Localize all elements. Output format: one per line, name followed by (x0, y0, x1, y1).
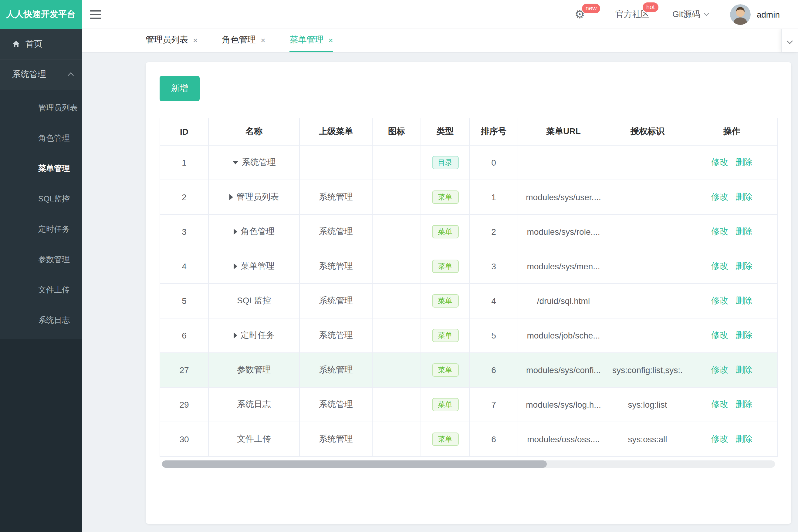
delete-link[interactable]: 删除 (736, 330, 753, 340)
column-header-order: 排序号 (469, 118, 518, 145)
sidebar-home-label: 首页 (25, 39, 42, 50)
table-row: 6 定时任务 系统管理 菜单 5 modules/job/sche... 修改删… (160, 318, 778, 353)
cell-url: modules/sys/role.... (518, 214, 609, 249)
add-button[interactable]: 新增 (160, 76, 200, 101)
sidebar-item-home[interactable]: 首页 (0, 29, 82, 59)
sidebar-item-menu[interactable]: 菜单管理 (0, 153, 82, 184)
edit-link[interactable]: 修改 (711, 365, 728, 374)
type-tag-menu: 菜单 (432, 329, 459, 342)
cell-name: SQL监控 (208, 284, 299, 318)
edit-link[interactable]: 修改 (711, 434, 728, 443)
menu-name: 系统日志 (237, 399, 271, 410)
sidebar-item-log[interactable]: 系统日志 (0, 305, 82, 336)
cell-actions: 修改删除 (686, 145, 778, 180)
type-tag-menu: 菜单 (432, 260, 459, 273)
sidebar-item-schedule[interactable]: 定时任务 (0, 214, 82, 245)
cell-type: 菜单 (421, 387, 469, 422)
cell-url: /druid/sql.html (518, 284, 609, 318)
cell-parent: 系统管理 (299, 284, 372, 318)
tab-role[interactable]: 角色管理 × (222, 29, 265, 52)
cell-order: 4 (469, 284, 518, 318)
close-icon[interactable]: × (193, 36, 198, 44)
tab-admin-list[interactable]: 管理员列表 × (146, 29, 198, 52)
tab-bar: 管理员列表 × 角色管理 × 菜单管理 × (82, 29, 798, 53)
cell-parent (299, 145, 372, 180)
menu-name: 菜单管理 (241, 261, 275, 272)
sidebar-item-config[interactable]: 参数管理 (0, 245, 82, 275)
edit-link[interactable]: 修改 (711, 296, 728, 305)
type-tag-menu: 菜单 (432, 363, 459, 377)
avatar[interactable] (730, 4, 751, 24)
delete-link[interactable]: 删除 (736, 365, 753, 374)
edit-link[interactable]: 修改 (711, 330, 728, 340)
cell-type: 菜单 (421, 180, 469, 214)
sidebar-item-label: 管理员列表 (38, 102, 78, 113)
community-link[interactable]: 官方社区 hot (615, 8, 649, 20)
tab-menu[interactable]: 菜单管理 × (290, 29, 333, 52)
expand-icon[interactable] (229, 194, 233, 200)
main-content: 新增 ID 名称 上级菜单 图标 类型 (82, 53, 798, 532)
delete-link[interactable]: 删除 (736, 399, 753, 409)
cell-icon (372, 387, 421, 422)
cell-perms (609, 214, 686, 249)
close-icon[interactable]: × (261, 36, 265, 44)
edit-link[interactable]: 修改 (711, 192, 728, 202)
settings-button[interactable]: ⚙ new (575, 8, 585, 20)
cell-id: 5 (160, 284, 208, 318)
column-header-parent: 上级菜单 (299, 118, 372, 145)
table-row: 3 角色管理 系统管理 菜单 2 modules/sys/role.... 修改… (160, 214, 778, 249)
expand-icon[interactable] (233, 229, 237, 235)
tabs-dropdown-button[interactable] (781, 29, 798, 52)
delete-link[interactable]: 删除 (736, 434, 753, 443)
sidebar-item-role[interactable]: 角色管理 (0, 123, 82, 153)
edit-link[interactable]: 修改 (711, 261, 728, 270)
scrollbar-thumb[interactable] (162, 460, 547, 468)
edit-link[interactable]: 修改 (711, 226, 728, 236)
sidebar-item-oss[interactable]: 文件上传 (0, 275, 82, 305)
tab-label: 管理员列表 (146, 35, 188, 45)
delete-link[interactable]: 删除 (736, 192, 753, 202)
cell-id: 1 (160, 145, 208, 180)
cell-type: 菜单 (421, 214, 469, 249)
expand-icon[interactable] (233, 263, 237, 269)
cell-name: 定时任务 (208, 318, 299, 353)
table-row: 30 文件上传 系统管理 菜单 6 modules/oss/oss.... sy… (160, 422, 778, 456)
delete-link[interactable]: 删除 (736, 226, 753, 236)
cell-name: 系统管理 (208, 145, 299, 180)
column-header-type: 类型 (421, 118, 469, 145)
chevron-down-icon (787, 38, 793, 44)
edit-link[interactable]: 修改 (711, 399, 728, 409)
home-icon (12, 40, 20, 48)
hamburger-icon[interactable] (90, 10, 101, 19)
git-source-dropdown[interactable]: Git源码 (672, 9, 708, 20)
menu-name: 系统管理 (242, 157, 276, 168)
cell-actions: 修改删除 (686, 353, 778, 387)
edit-link[interactable]: 修改 (711, 157, 728, 167)
sidebar-item-admin-list[interactable]: 管理员列表 (0, 93, 82, 123)
username[interactable]: admin (757, 10, 780, 19)
cell-icon (372, 353, 421, 387)
delete-link[interactable]: 删除 (736, 296, 753, 305)
delete-link[interactable]: 删除 (736, 157, 753, 167)
cell-perms (609, 284, 686, 318)
cell-type: 菜单 (421, 318, 469, 353)
cell-order: 2 (469, 214, 518, 249)
table-row: 29 系统日志 系统管理 菜单 7 modules/sys/log.h... s… (160, 387, 778, 422)
close-icon[interactable]: × (328, 36, 333, 44)
tab-label: 角色管理 (222, 35, 256, 45)
menu-name: SQL监控 (237, 296, 271, 306)
collapse-icon[interactable] (232, 161, 238, 165)
cell-url: modules/sys/confi... (518, 353, 609, 387)
cell-perms (609, 180, 686, 214)
sidebar-group-system[interactable]: 系统管理 (0, 59, 82, 90)
delete-link[interactable]: 删除 (736, 261, 753, 270)
expand-icon[interactable] (233, 332, 237, 339)
sidebar-item-label: 系统日志 (38, 315, 70, 326)
sidebar-item-sql[interactable]: SQL监控 (0, 184, 82, 214)
cell-url: modules/job/sche... (518, 318, 609, 353)
type-tag-menu: 菜单 (432, 433, 459, 446)
cell-url: modules/sys/user.... (518, 180, 609, 214)
cell-actions: 修改删除 (686, 214, 778, 249)
brand-title: 人人快速开发平台 (0, 0, 82, 29)
cell-name: 系统日志 (208, 387, 299, 422)
